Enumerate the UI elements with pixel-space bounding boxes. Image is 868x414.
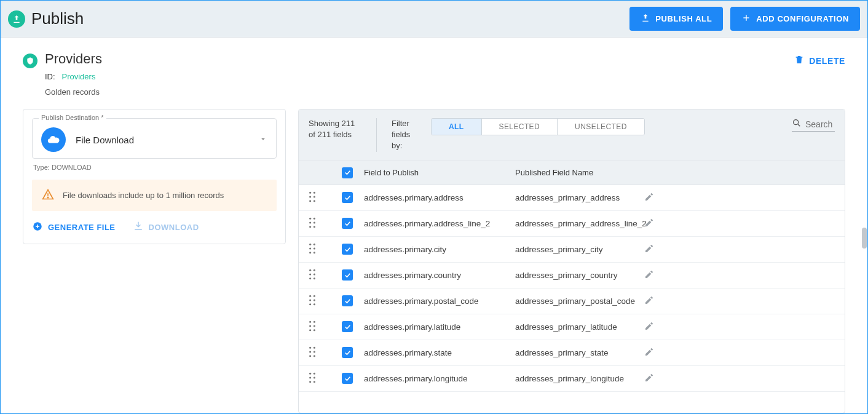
field-name: addresses.primary.address (361, 193, 515, 202)
publish-all-button[interactable]: PUBLISH ALL (629, 7, 723, 31)
svg-point-5 (309, 196, 311, 197)
svg-point-34 (314, 320, 315, 322)
table-row: addresses.primary.city addresses_primary… (299, 237, 845, 263)
warning-icon (42, 188, 54, 202)
divider (376, 118, 377, 152)
delete-button[interactable]: DELETE (794, 51, 845, 70)
top-bar: Publish PUBLISH ALL ADD CONFIGURATION (1, 1, 867, 38)
svg-point-40 (314, 346, 315, 348)
destination-value: File Download (76, 135, 249, 145)
drag-handle-icon[interactable] (309, 195, 316, 204)
svg-point-10 (314, 217, 315, 219)
drag-handle-icon[interactable] (309, 376, 316, 385)
add-configuration-button[interactable]: ADD CONFIGURATION (730, 7, 860, 31)
svg-point-43 (309, 355, 311, 357)
svg-point-27 (309, 295, 311, 297)
svg-point-30 (314, 299, 315, 301)
destination-card: Publish Destination * File Download Type… (23, 109, 286, 244)
svg-point-46 (314, 372, 315, 374)
drag-handle-icon[interactable] (309, 350, 316, 359)
field-name: addresses.primary.longitude (361, 374, 515, 383)
drag-handle-icon[interactable] (309, 247, 316, 256)
svg-point-22 (314, 269, 315, 271)
svg-point-15 (309, 243, 311, 245)
field-name: addresses.primary.country (361, 271, 515, 280)
published-name: addresses_primary_country (515, 271, 644, 280)
search-field[interactable] (792, 118, 835, 132)
svg-point-48 (314, 376, 315, 378)
select-all-checkbox[interactable] (342, 167, 353, 178)
row-checkbox[interactable] (342, 244, 353, 255)
delete-label: DELETE (809, 56, 845, 66)
search-icon (792, 118, 802, 130)
edit-icon[interactable] (644, 324, 654, 333)
download-button[interactable]: DOWNLOAD (133, 221, 199, 234)
drag-handle-icon[interactable] (309, 324, 316, 333)
published-name: addresses_primary_address (515, 193, 644, 202)
scrollbar-thumb[interactable] (862, 228, 867, 249)
generate-file-button[interactable]: GENERATE FILE (32, 221, 116, 234)
row-checkbox[interactable] (342, 295, 353, 306)
chevron-down-icon (259, 135, 267, 145)
svg-point-11 (309, 221, 311, 223)
svg-point-32 (314, 303, 315, 305)
row-checkbox[interactable] (342, 269, 353, 281)
table-header: Field to Publish Published Field Name (299, 161, 845, 185)
row-checkbox[interactable] (342, 218, 353, 229)
svg-point-42 (314, 351, 315, 352)
field-name: addresses.primary.latitude (361, 322, 515, 332)
svg-point-24 (314, 273, 315, 275)
svg-point-41 (309, 351, 311, 352)
svg-point-12 (314, 221, 315, 223)
edit-icon[interactable] (644, 298, 654, 307)
svg-point-17 (309, 247, 311, 249)
filter-tab-unselected[interactable]: UNSELECTED (558, 119, 644, 135)
edit-icon[interactable] (644, 220, 654, 229)
filter-bar: Showing 211 of 211 fields Filter fields … (299, 109, 845, 161)
svg-point-16 (314, 243, 315, 245)
row-checkbox[interactable] (342, 373, 353, 384)
plus-circle-icon (32, 221, 43, 234)
filter-tab-all[interactable]: ALL (432, 119, 482, 135)
svg-point-23 (309, 273, 311, 275)
drag-handle-icon[interactable] (309, 298, 316, 308)
trash-icon (794, 55, 804, 66)
field-count: Showing 211 of 211 fields (309, 118, 361, 140)
table-row: addresses.primary.postal_code addresses_… (299, 289, 845, 314)
edit-icon[interactable] (644, 194, 654, 204)
published-name: addresses_primary_latitude (515, 322, 644, 332)
filter-tab-selected[interactable]: SELECTED (482, 119, 558, 135)
row-checkbox[interactable] (342, 192, 353, 203)
publish-destination-select[interactable]: Publish Destination * File Download (32, 118, 277, 159)
svg-point-9 (309, 217, 311, 219)
svg-point-29 (309, 299, 311, 301)
edit-icon[interactable] (644, 375, 654, 384)
drag-handle-icon[interactable] (309, 221, 316, 230)
svg-point-28 (314, 295, 315, 297)
id-value[interactable]: Providers (62, 72, 96, 81)
drag-handle-icon[interactable] (309, 273, 316, 282)
section-header: Providers ID: Providers Golden records D… (1, 38, 867, 103)
field-name: addresses.primary.state (361, 348, 515, 357)
field-name: addresses.primary.city (361, 245, 515, 254)
svg-point-14 (314, 226, 315, 228)
edit-icon[interactable] (644, 246, 654, 255)
svg-point-44 (314, 355, 315, 357)
section-title: Providers (45, 51, 102, 67)
row-checkbox[interactable] (342, 321, 353, 332)
row-checkbox[interactable] (342, 347, 353, 358)
search-input[interactable] (805, 119, 834, 129)
table-row: addresses.primary.address addresses_prim… (299, 185, 845, 211)
publish-page-icon (8, 10, 25, 28)
field-name: addresses.primary.address_line_2 (361, 219, 515, 228)
section-description: Golden records (45, 87, 102, 97)
edit-icon[interactable] (644, 272, 654, 281)
table-row: addresses.primary.latitude addresses_pri… (299, 314, 845, 340)
svg-point-4 (314, 191, 315, 193)
edit-icon[interactable] (644, 349, 654, 359)
fields-panel: Showing 211 of 211 fields Filter fields … (298, 109, 845, 413)
svg-point-37 (309, 329, 311, 331)
generate-file-label: GENERATE FILE (48, 223, 116, 232)
column-header-field: Field to Publish (361, 168, 515, 177)
page-title: Publish (31, 9, 84, 28)
